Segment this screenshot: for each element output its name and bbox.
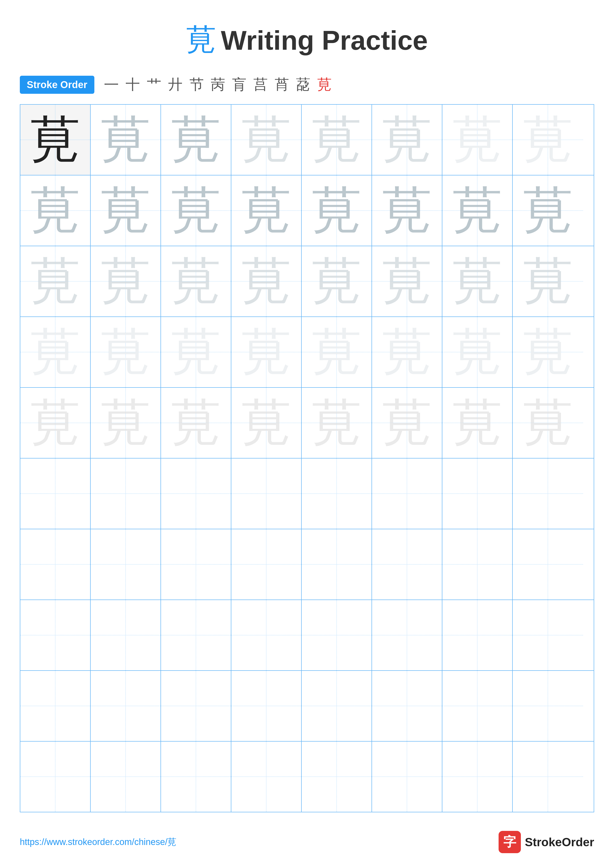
grid-row-3: 莧 莧 莧 莧 莧 莧 莧 莧	[20, 246, 594, 317]
grid-cell[interactable]: 莧	[302, 105, 372, 175]
grid-cell[interactable]	[231, 742, 302, 812]
grid-cell[interactable]: 莧	[302, 317, 372, 387]
grid-cell[interactable]: 莧	[161, 246, 231, 316]
practice-char: 莧	[523, 257, 573, 306]
grid-cell[interactable]	[91, 600, 161, 670]
grid-cell[interactable]	[161, 742, 231, 812]
grid-cell[interactable]: 莧	[372, 317, 442, 387]
grid-cell[interactable]	[20, 459, 91, 529]
grid-cell[interactable]: 莧	[513, 105, 583, 175]
stroke-6: 苪	[211, 75, 230, 94]
grid-cell[interactable]	[91, 459, 161, 529]
grid-cell[interactable]: 莧	[372, 388, 442, 458]
grid-cell[interactable]: 莧	[91, 317, 161, 387]
grid-cell[interactable]	[20, 600, 91, 670]
grid-cell[interactable]: 莧	[91, 105, 161, 175]
grid-cell[interactable]: 莧	[302, 246, 372, 316]
grid-cell[interactable]: 莧	[442, 246, 513, 316]
title-chinese-char: 莧	[186, 23, 216, 56]
grid-cell[interactable]	[442, 600, 513, 670]
grid-cell[interactable]	[302, 459, 372, 529]
stroke-3: 艹	[147, 75, 166, 94]
grid-row-6	[20, 459, 594, 529]
grid-cell[interactable]	[513, 671, 583, 741]
grid-cell[interactable]: 莧	[442, 175, 513, 246]
practice-char: 莧	[382, 327, 432, 377]
grid-cell[interactable]	[372, 600, 442, 670]
grid-cell[interactable]: 莧	[442, 105, 513, 175]
grid-cell[interactable]: 莧	[442, 317, 513, 387]
grid-cell[interactable]: 莧	[231, 246, 302, 316]
grid-cell[interactable]	[91, 742, 161, 812]
grid-cell[interactable]: 莧	[161, 388, 231, 458]
grid-cell[interactable]: 莧	[161, 105, 231, 175]
grid-cell[interactable]: 莧	[20, 175, 91, 246]
grid-cell[interactable]: 莧	[302, 175, 372, 246]
grid-cell[interactable]	[302, 671, 372, 741]
grid-cell[interactable]	[302, 529, 372, 600]
footer-url[interactable]: https://www.strokeorder.com/chinese/莧	[20, 836, 176, 848]
practice-char: 莧	[452, 327, 502, 377]
practice-char: 莧	[241, 257, 291, 306]
grid-cell[interactable]	[20, 529, 91, 600]
grid-cell[interactable]: 莧	[372, 246, 442, 316]
grid-cell[interactable]	[442, 459, 513, 529]
grid-cell[interactable]	[513, 600, 583, 670]
grid-cell[interactable]: 莧	[513, 175, 583, 246]
grid-cell[interactable]	[231, 529, 302, 600]
grid-cell[interactable]	[372, 529, 442, 600]
grid-cell[interactable]	[91, 529, 161, 600]
grid-row-4: 莧 莧 莧 莧 莧 莧 莧 莧	[20, 317, 594, 388]
grid-cell[interactable]	[20, 742, 91, 812]
grid-row-9	[20, 671, 594, 742]
grid-cell[interactable]	[231, 600, 302, 670]
grid-cell[interactable]	[231, 671, 302, 741]
grid-cell[interactable]: 莧	[20, 246, 91, 316]
grid-row-5: 莧 莧 莧 莧 莧 莧 莧 莧	[20, 388, 594, 459]
grid-cell[interactable]: 莧	[161, 317, 231, 387]
grid-cell[interactable]	[372, 671, 442, 741]
logo-icon: 字	[499, 831, 521, 853]
grid-cell[interactable]	[302, 600, 372, 670]
grid-cell[interactable]	[513, 459, 583, 529]
grid-cell[interactable]	[161, 600, 231, 670]
grid-cell[interactable]: 莧	[372, 175, 442, 246]
practice-char: 莧	[523, 398, 573, 448]
grid-cell[interactable]	[442, 671, 513, 741]
grid-cell[interactable]: 莧	[231, 105, 302, 175]
grid-cell[interactable]	[302, 742, 372, 812]
grid-cell[interactable]: 莧	[20, 317, 91, 387]
grid-cell[interactable]: 莧	[91, 388, 161, 458]
grid-cell[interactable]	[91, 671, 161, 741]
grid-cell[interactable]: 莧	[231, 388, 302, 458]
grid-cell[interactable]	[161, 671, 231, 741]
grid-cell[interactable]: 莧	[442, 388, 513, 458]
grid-cell[interactable]	[442, 529, 513, 600]
grid-cell[interactable]	[20, 671, 91, 741]
grid-cell[interactable]	[442, 742, 513, 812]
stroke-order-badge: Stroke Order	[20, 76, 94, 94]
grid-cell[interactable]	[372, 742, 442, 812]
grid-cell[interactable]: 莧	[231, 175, 302, 246]
grid-cell[interactable]: 莧	[513, 388, 583, 458]
grid-cell[interactable]: 莧	[20, 388, 91, 458]
grid-cell[interactable]: 莧	[231, 317, 302, 387]
grid-cell[interactable]: 莧	[513, 317, 583, 387]
practice-char: 莧	[31, 327, 80, 377]
grid-cell[interactable]: 莧	[91, 246, 161, 316]
grid-cell[interactable]: 莧	[302, 388, 372, 458]
stroke-8: 莒	[253, 75, 272, 94]
grid-cell[interactable]	[161, 529, 231, 600]
grid-cell[interactable]	[513, 742, 583, 812]
grid-cell[interactable]: 莧	[372, 105, 442, 175]
grid-cell[interactable]	[161, 459, 231, 529]
grid-cell[interactable]	[513, 529, 583, 600]
grid-cell[interactable]	[231, 459, 302, 529]
grid-cell[interactable]	[372, 459, 442, 529]
grid-cell[interactable]: 莧	[20, 105, 91, 175]
practice-char: 莧	[312, 115, 361, 164]
stroke-final: 莧	[317, 75, 336, 94]
grid-cell[interactable]: 莧	[161, 175, 231, 246]
grid-cell[interactable]: 莧	[91, 175, 161, 246]
grid-cell[interactable]: 莧	[513, 246, 583, 316]
